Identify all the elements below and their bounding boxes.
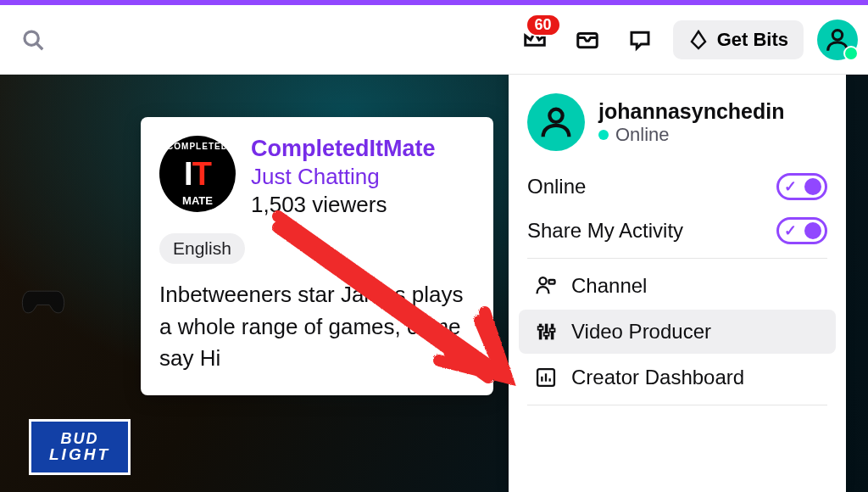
menu-channel-label: Channel <box>571 274 647 298</box>
dropdown-status: Online <box>598 124 784 146</box>
chat-icon <box>627 27 653 53</box>
svg-rect-12 <box>550 329 555 333</box>
toggle-online-row: Online ✓ <box>515 165 839 209</box>
person-icon <box>823 25 852 54</box>
streamer-avatar[interactable]: COMPLETED IT MATE <box>159 136 236 212</box>
stream-tooltip: COMPLETED IT MATE CompletedItMate Just C… <box>141 117 493 395</box>
dashboard-icon <box>534 366 558 389</box>
svg-point-0 <box>25 31 38 45</box>
controller-icon <box>19 285 68 316</box>
content-area: BUD LIGHT COMPLETED IT MATE CompletedItM… <box>0 75 868 492</box>
toggle-share-activity[interactable]: ✓ <box>776 217 827 244</box>
ad-line-1: BUD <box>61 432 99 446</box>
toggle-online-label: Online <box>527 175 586 198</box>
get-bits-label: Get Bits <box>717 29 788 51</box>
viewer-count: 1,503 viewers <box>251 192 436 218</box>
dropdown-profile[interactable]: johannasynchedin Online <box>515 90 839 165</box>
svg-rect-6 <box>549 280 555 284</box>
menu-video-producer-label: Video Producer <box>571 320 711 344</box>
language-tag[interactable]: English <box>159 233 245 264</box>
search-button[interactable] <box>14 20 53 59</box>
person-icon <box>537 103 576 142</box>
get-bits-button[interactable]: Get Bits <box>673 20 804 59</box>
toggle-share-activity-label: Share My Activity <box>527 219 683 243</box>
inbox-button[interactable] <box>568 20 607 59</box>
svg-rect-11 <box>544 333 549 336</box>
inbox-icon <box>575 27 600 53</box>
divider <box>527 258 827 259</box>
menu-channel[interactable]: Channel <box>519 264 836 308</box>
search-icon <box>20 27 46 53</box>
channel-icon <box>534 274 558 298</box>
menu-video-producer[interactable]: Video Producer <box>519 310 836 354</box>
dropdown-username: johannasynchedin <box>598 99 784 124</box>
streamer-name-link[interactable]: CompletedItMate <box>251 136 436 162</box>
user-avatar-button[interactable] <box>817 20 858 60</box>
stream-category-link[interactable]: Just Chatting <box>251 164 436 190</box>
toggle-share-activity-row: Share My Activity ✓ <box>515 209 839 253</box>
user-dropdown: johannasynchedin Online Online ✓ Share M… <box>509 75 846 492</box>
ad-line-2: LIGHT <box>49 447 110 462</box>
profile-avatar <box>527 93 585 151</box>
sliders-icon <box>534 320 558 344</box>
svg-line-1 <box>36 43 42 49</box>
top-bar: 60 Get Bits <box>0 5 868 75</box>
bits-icon <box>688 30 709 50</box>
svg-point-3 <box>832 30 842 39</box>
menu-creator-dashboard-label: Creator Dashboard <box>571 366 744 389</box>
toggle-online[interactable]: ✓ <box>776 173 827 200</box>
divider <box>527 405 827 405</box>
notification-badge: 60 <box>526 14 561 36</box>
stream-ad-overlay: BUD LIGHT <box>29 419 131 475</box>
whispers-button[interactable] <box>620 20 659 59</box>
menu-creator-dashboard[interactable]: Creator Dashboard <box>519 355 836 400</box>
svg-rect-10 <box>538 327 543 330</box>
svg-rect-8 <box>545 324 548 340</box>
svg-point-4 <box>549 109 562 122</box>
svg-point-5 <box>539 277 546 284</box>
prime-loot-button[interactable]: 60 <box>515 20 554 59</box>
stream-description: Inbetweeners star James plays a whole ra… <box>159 279 475 375</box>
status-dot-icon <box>598 130 609 140</box>
